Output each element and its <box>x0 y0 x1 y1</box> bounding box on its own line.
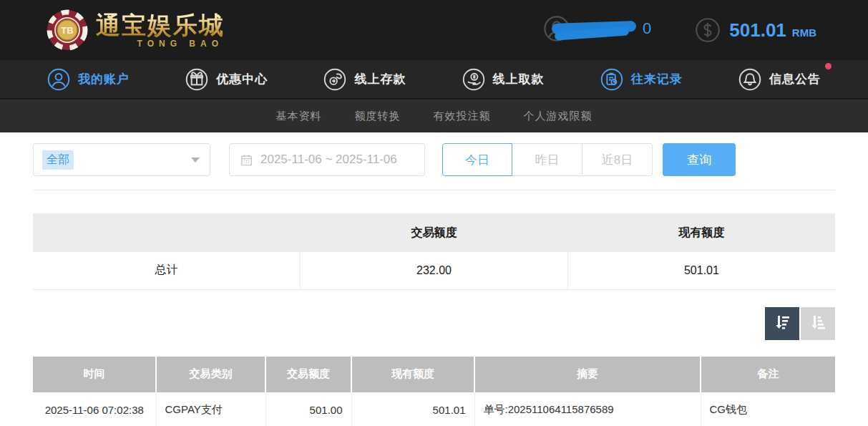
nav-item-my-account[interactable]: 我的账户 <box>47 68 130 91</box>
summary-total-transaction-amount: 232.00 <box>301 252 568 289</box>
balance-display[interactable]: 501.01 RMB <box>695 17 816 43</box>
summary-total-current-balance: 501.01 <box>567 252 835 289</box>
brand-logo[interactable]: TB 通宝娱乐城 TONG BAO <box>46 9 225 52</box>
main-nav: 我的账户 优惠中心 线上存款 线上取款 <box>0 60 868 98</box>
record-type: CGPAY支付 <box>156 392 265 426</box>
sort-descending-button[interactable] <box>765 307 799 340</box>
subnav-item-valid-bets[interactable]: 有效投注额 <box>434 110 491 123</box>
record-summary: 单号:202511064115876589 <box>474 392 701 426</box>
brand-name-cn: 通宝娱乐城 <box>96 13 225 37</box>
account-sub-nav: 基本资料 额度转换 有效投注额 个人游戏限额 <box>0 98 868 132</box>
sort-controls <box>33 307 835 340</box>
notification-dot <box>825 63 832 69</box>
bell-icon <box>738 68 761 91</box>
record-transaction-amount: 501.00 <box>265 392 351 426</box>
balance-amount: 501.01 <box>729 19 786 42</box>
balance-currency: RMB <box>792 22 816 39</box>
table-row: 2025-11-06 07:02:38 CGPAY支付 501.00 501.0… <box>33 392 835 426</box>
record-remark: CG钱包 <box>701 392 835 426</box>
summary-table: 交易额度 现有额度 总计 232.00 501.01 <box>33 213 835 290</box>
svg-text:TB: TB <box>61 25 73 36</box>
date-range-input[interactable]: 2025-11-06 ~ 2025-11-06 <box>229 143 425 176</box>
calendar-icon <box>240 153 253 167</box>
records-table: 时间 交易类别 交易额度 现有额度 摘要 备注 2025-11-06 07:02… <box>33 357 835 426</box>
content-area: 全部 2025-11-06 ~ 2025-11-06 今日 昨日 近8日 查询 … <box>0 132 868 426</box>
nav-item-promotions[interactable]: 优惠中心 <box>185 68 268 91</box>
subnav-item-credit-transfer[interactable]: 额度转换 <box>355 110 401 123</box>
username-visible-suffix: 0 <box>643 19 651 38</box>
records-header-remark: 备注 <box>701 357 835 392</box>
top-bar-right: 0 501.01 RMB <box>543 16 816 44</box>
filter-bar: 全部 2025-11-06 ~ 2025-11-06 今日 昨日 近8日 查询 <box>33 143 835 176</box>
username-redaction-scribble <box>552 21 636 39</box>
record-time: 2025-11-06 07:02:38 <box>33 392 156 426</box>
section-divider <box>33 190 835 190</box>
sort-ascending-icon <box>809 313 827 334</box>
summary-header-empty <box>33 213 301 252</box>
quick-range-group: 今日 昨日 近8日 <box>442 143 653 176</box>
records-header-row: 时间 交易类别 交易额度 现有额度 摘要 备注 <box>33 357 835 392</box>
dollar-icon <box>695 17 721 43</box>
records-header-current-balance: 现有额度 <box>351 357 474 392</box>
records-icon <box>600 68 623 91</box>
nav-item-online-withdrawal[interactable]: 线上取款 <box>462 68 545 91</box>
summary-header-current-balance: 现有额度 <box>567 213 835 252</box>
deposit-icon <box>323 68 346 91</box>
records-header-time: 时间 <box>33 357 156 392</box>
transaction-type-selected-value: 全部 <box>42 150 74 170</box>
chevron-down-icon <box>191 158 200 163</box>
withdraw-icon <box>462 68 485 91</box>
quick-range-last-8-days[interactable]: 近8日 <box>582 143 653 176</box>
summary-header-transaction-amount: 交易额度 <box>301 213 568 252</box>
summary-total-label: 总计 <box>33 252 301 289</box>
records-header-summary: 摘要 <box>474 357 701 392</box>
user-account[interactable]: 0 <box>543 16 650 44</box>
quick-range-yesterday[interactable]: 昨日 <box>512 143 582 176</box>
record-current-balance: 501.01 <box>351 392 474 426</box>
summary-header-row: 交易额度 现有额度 <box>33 213 835 252</box>
nav-item-online-deposit[interactable]: 线上存款 <box>323 68 406 91</box>
transaction-type-select[interactable]: 全部 <box>33 143 210 176</box>
nav-item-transaction-records[interactable]: 往来记录 <box>600 68 683 91</box>
subnav-item-basic-info[interactable]: 基本资料 <box>276 110 322 123</box>
nav-item-announcements[interactable]: 信息公告 <box>738 68 821 91</box>
records-header-transaction-amount: 交易额度 <box>265 357 351 392</box>
summary-total-row: 总计 232.00 501.01 <box>33 252 835 289</box>
gift-icon <box>185 68 208 91</box>
date-range-value: 2025-11-06 ~ 2025-11-06 <box>260 153 397 167</box>
records-header-type: 交易类别 <box>156 357 265 392</box>
user-icon <box>47 68 70 91</box>
brand-name-en: TONG BAO <box>137 39 223 48</box>
sort-ascending-button[interactable] <box>801 307 835 340</box>
quick-range-today[interactable]: 今日 <box>442 143 512 176</box>
subnav-item-personal-game-limit[interactable]: 个人游戏限额 <box>524 110 593 123</box>
sort-descending-icon <box>773 313 791 334</box>
search-button[interactable]: 查询 <box>663 143 736 176</box>
brand-text: 通宝娱乐城 TONG BAO <box>96 13 225 48</box>
casino-chip-icon: TB <box>46 9 89 52</box>
top-bar: TB 通宝娱乐城 TONG BAO 0 <box>0 0 868 60</box>
